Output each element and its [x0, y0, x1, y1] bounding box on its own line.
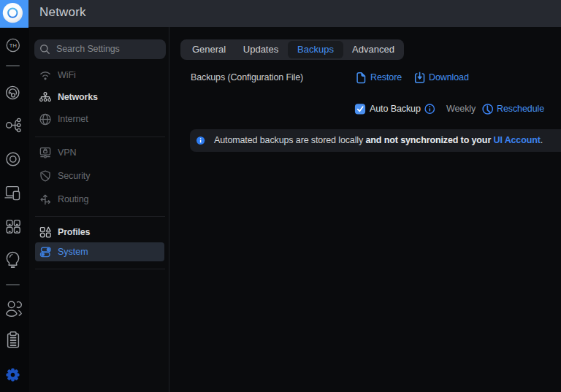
svg-text:TH: TH: [9, 42, 17, 49]
